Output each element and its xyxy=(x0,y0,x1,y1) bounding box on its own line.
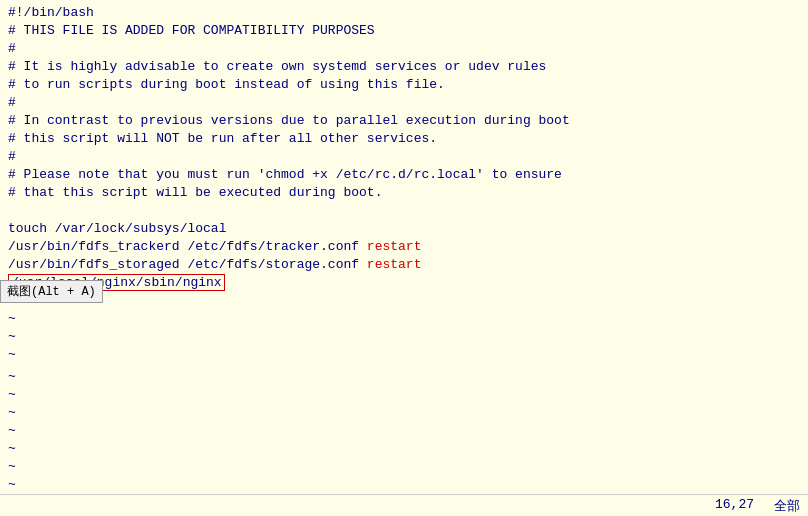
restart-keyword-2: restart xyxy=(367,257,422,272)
line-15: /usr/bin/fdfs_storaged /etc/fdfs/storage… xyxy=(8,256,800,274)
line-1: #!/bin/bash xyxy=(8,4,800,22)
line-17: ~ xyxy=(8,292,800,310)
line-11: # that this script will be executed duri… xyxy=(8,184,800,202)
line-7: # In contrast to previous versions due t… xyxy=(8,112,800,130)
line-4: # It is highly advisable to create own s… xyxy=(8,58,800,76)
cursor-position: 16,27 xyxy=(715,497,754,515)
line-9: # xyxy=(8,148,800,166)
file-mode: 全部 xyxy=(774,497,800,515)
line-tilde-27: ~ xyxy=(8,476,800,494)
line-19: ~ xyxy=(8,328,800,346)
restart-keyword-1: restart xyxy=(367,239,422,254)
line-2: # THIS FILE IS ADDED FOR COMPATIBILITY P… xyxy=(8,22,800,40)
line-18: ~ xyxy=(8,310,800,328)
line-tilde-26: ~ xyxy=(8,458,800,476)
line-16: /usr/local/nginx/sbin/nginx xyxy=(8,274,800,292)
line-6: # xyxy=(8,94,800,112)
line-14: /usr/bin/fdfs_trackerd /etc/fdfs/tracker… xyxy=(8,238,800,256)
line-5: # to run scripts during boot instead of … xyxy=(8,76,800,94)
tooltip-screenshot[interactable]: 截图(Alt + A) xyxy=(0,280,103,303)
line-tilde-21: ~ xyxy=(8,368,800,386)
line-8: # this script will NOT be run after all … xyxy=(8,130,800,148)
editor-container: #!/bin/bash # THIS FILE IS ADDED FOR COM… xyxy=(0,0,808,516)
line-tilde-23: ~ xyxy=(8,404,800,422)
editor-content[interactable]: #!/bin/bash # THIS FILE IS ADDED FOR COM… xyxy=(0,0,808,494)
line-13: touch /var/lock/subsys/local xyxy=(8,220,800,238)
line-10: # Please note that you must run 'chmod +… xyxy=(8,166,800,184)
line-20: ~ xyxy=(8,346,800,364)
line-3: # xyxy=(8,40,800,58)
status-bar: 16,27 全部 xyxy=(0,494,808,516)
line-tilde-24: ~ xyxy=(8,422,800,440)
line-tilde-25: ~ xyxy=(8,440,800,458)
line-tilde-22: ~ xyxy=(8,386,800,404)
line-12 xyxy=(8,202,800,220)
